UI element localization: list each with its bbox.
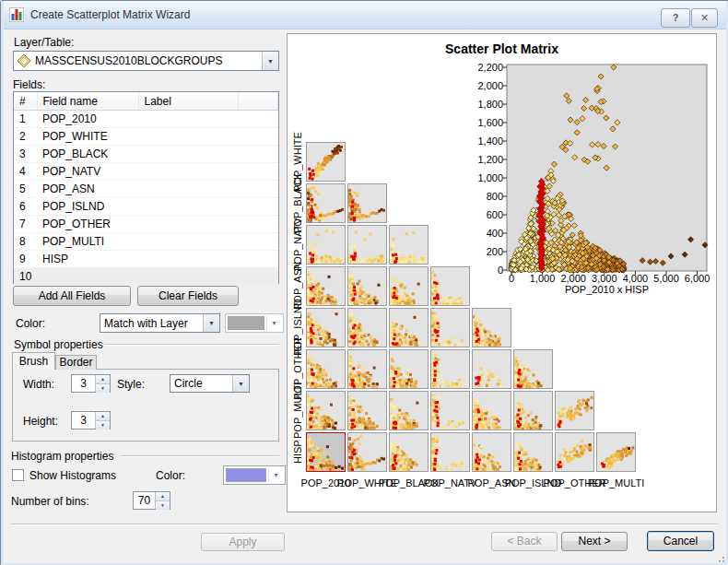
matrix-cell-POP_ASN-x-POP_2010[interactable] (306, 266, 346, 306)
matrix-col-label: POP_MULTI (588, 477, 645, 488)
fields-table[interactable]: # Field name Label 1POP_20102POP_WHITE3P… (13, 91, 279, 284)
matrix-cell-POP_NATV-x-POP_BLACK[interactable] (389, 225, 429, 265)
matrix-cell-POP_ASN-x-POP_BLACK[interactable] (389, 266, 429, 306)
layer-table-combobox[interactable]: MASSCENSUS2010BLOCKGROUPS ▼ (13, 51, 279, 71)
preview-panel: Scatter Plot Matrix POP_2010 x HISP 0200… (287, 33, 717, 512)
matrix-cell-POP_ISLND-x-POP_WHITE[interactable] (347, 308, 387, 347)
y-tick-label: 200 (463, 246, 503, 257)
matrix-cell-HISP-x-POP_ISLND[interactable] (513, 432, 553, 472)
col-header-label[interactable]: Label (138, 92, 238, 111)
help-button[interactable]: ? (661, 8, 690, 28)
table-row[interactable]: 5POP_ASN (14, 181, 278, 198)
tab-brush[interactable]: Brush (12, 352, 55, 370)
table-row[interactable]: 1POP_2010 (14, 111, 278, 128)
x-tick-label: 6,000 (685, 273, 710, 284)
y-tick-label: 800 (463, 191, 503, 202)
matrix-cell-POP_OTHER-x-POP_2010[interactable] (306, 349, 346, 389)
chevron-down-icon[interactable]: ▼ (232, 375, 249, 392)
title-bar[interactable]: Create Scatterplot Matrix Wizard ? ✕ (1, 1, 728, 29)
fields-label: Fields: (13, 78, 45, 91)
histogram-color-swatch[interactable]: ▼ (223, 465, 286, 485)
matrix-cell-HISP-x-POP_WHITE[interactable] (347, 432, 387, 472)
table-row[interactable]: 6POP_ISLND (14, 198, 278, 216)
color-mode-combobox[interactable]: Match with Layer ▼ (100, 313, 220, 333)
matrix-cell-POP_ISLND-x-POP_NATV[interactable] (430, 308, 470, 347)
matrix-cell-POP_MULTI-x-POP_BLACK[interactable] (389, 391, 429, 430)
matrix-cell-POP_MULTI-x-POP_ISLND[interactable] (513, 391, 553, 430)
matrix-cell-POP_BLACK-x-POP_2010[interactable] (306, 183, 346, 223)
table-row[interactable]: 10 (14, 268, 278, 286)
matrix-cell-POP_OTHER-x-POP_NATV[interactable] (430, 349, 470, 389)
matrix-cell-POP_NATV-x-POP_2010[interactable] (306, 225, 346, 265)
matrix-cell-HISP-x-POP_ASN[interactable] (472, 432, 511, 472)
table-row[interactable]: 2POP_WHITE (14, 128, 278, 146)
down-arrow-icon[interactable]: ▼ (96, 383, 110, 393)
chevron-down-icon[interactable]: ▼ (262, 52, 278, 70)
layer-color-swatch: ▼ (225, 313, 284, 333)
style-value: Circle (170, 377, 232, 390)
width-stepper[interactable]: 3 ▲▼ (71, 374, 111, 393)
matrix-cell-POP_ASN-x-POP_WHITE[interactable] (347, 266, 387, 306)
matrix-cell-POP_ISLND-x-POP_2010[interactable] (306, 308, 346, 347)
matrix-row-label: POP_BLACK (290, 183, 304, 223)
resize-grip[interactable] (715, 553, 724, 562)
symbol-properties-label: Symbol properties (14, 338, 103, 351)
col-header-fieldname[interactable]: Field name (37, 92, 138, 111)
style-label: Style: (117, 378, 145, 391)
matrix-cell-POP_ISLND-x-POP_BLACK[interactable] (389, 308, 429, 347)
next-button[interactable]: Next > (561, 532, 628, 551)
matrix-cell-POP_BLACK-x-POP_WHITE[interactable] (347, 183, 387, 223)
down-arrow-icon[interactable]: ▼ (96, 420, 110, 430)
matrix-cell-HISP-x-POP_MULTI[interactable] (596, 432, 636, 472)
up-arrow-icon[interactable]: ▲ (96, 375, 110, 383)
up-arrow-icon[interactable]: ▲ (156, 492, 170, 500)
x-tick-label: 1,000 (530, 273, 556, 284)
bins-stepper[interactable]: 70 ▲▼ (133, 491, 170, 510)
table-row[interactable]: 8POP_MULTI (14, 233, 278, 251)
close-button[interactable]: ✕ (691, 8, 718, 28)
matrix-cell-POP_ISLND-x-POP_ASN[interactable] (472, 308, 511, 347)
show-histograms-checkbox[interactable] (12, 469, 24, 481)
style-combobox[interactable]: Circle ▼ (170, 374, 250, 393)
x-tick-label: 3,000 (592, 273, 617, 284)
window-title: Create Scatterplot Matrix Wizard (30, 8, 190, 21)
clear-fields-button[interactable]: Clear Fields (137, 286, 239, 306)
matrix-cell-POP_OTHER-x-POP_ASN[interactable] (472, 349, 511, 389)
width-label: Width: (23, 378, 54, 391)
down-arrow-icon[interactable]: ▼ (156, 500, 170, 510)
matrix-cell-POP_OTHER-x-POP_WHITE[interactable] (347, 349, 387, 389)
cancel-button[interactable]: Cancel (647, 531, 714, 551)
matrix-cell-POP_MULTI-x-POP_ASN[interactable] (472, 391, 511, 430)
height-stepper[interactable]: 3 ▲▼ (71, 411, 111, 430)
show-histograms-label: Show Histograms (29, 469, 116, 482)
matrix-cell-HISP-x-POP_2010[interactable] (306, 432, 346, 472)
tab-border[interactable]: Border (55, 355, 97, 370)
matrix-cell-POP_MULTI-x-POP_OTHER[interactable] (555, 391, 594, 430)
matrix-cell-POP_ASN-x-POP_NATV[interactable] (430, 266, 470, 306)
matrix-cell-HISP-x-POP_OTHER[interactable] (555, 432, 594, 472)
matrix-cell-POP_WHITE-x-POP_2010[interactable] (306, 142, 346, 182)
table-row[interactable]: 4POP_NATV (14, 163, 278, 181)
col-header-extra (238, 92, 278, 111)
matrix-cell-HISP-x-POP_BLACK[interactable] (389, 432, 429, 472)
y-tick-label: 1,200 (463, 154, 503, 165)
matrix-cell-POP_OTHER-x-POP_BLACK[interactable] (389, 349, 429, 389)
matrix-cell-POP_MULTI-x-POP_WHITE[interactable] (347, 391, 387, 430)
y-tick-label: 2,000 (463, 80, 503, 91)
add-all-fields-button[interactable]: Add All Fields (13, 286, 131, 306)
chevron-down-icon[interactable]: ▼ (203, 314, 219, 332)
matrix-cell-POP_MULTI-x-POP_2010[interactable] (306, 391, 346, 430)
matrix-cell-HISP-x-POP_NATV[interactable] (430, 432, 470, 472)
up-arrow-icon[interactable]: ▲ (96, 412, 110, 420)
chevron-down-icon[interactable]: ▼ (268, 468, 283, 482)
matrix-cell-POP_MULTI-x-POP_NATV[interactable] (430, 391, 470, 430)
table-row[interactable]: 3POP_BLACK (14, 146, 278, 163)
table-row[interactable]: 7POP_OTHER (14, 216, 278, 233)
table-row[interactable]: 9HISP (14, 251, 278, 268)
histogram-color-fill (226, 468, 266, 482)
back-button[interactable]: < Back (491, 532, 558, 551)
apply-button[interactable]: Apply (201, 533, 285, 551)
matrix-cell-POP_OTHER-x-POP_ISLND[interactable] (513, 349, 553, 389)
matrix-cell-POP_NATV-x-POP_WHITE[interactable] (347, 225, 387, 265)
col-header-num[interactable]: # (14, 92, 37, 111)
